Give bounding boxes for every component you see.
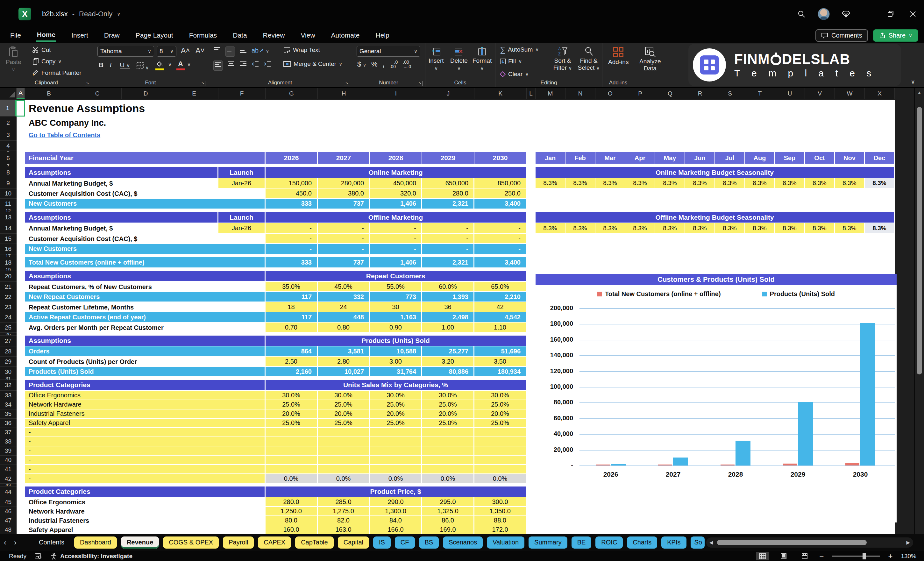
grid-cell-2030[interactable]: 0.0%	[474, 474, 526, 484]
launch-header[interactable]: Launch	[218, 167, 266, 178]
grid-cell-2029[interactable]: 60.0%	[422, 282, 474, 292]
column-header-S[interactable]: S	[715, 88, 745, 99]
row-label[interactable]: -	[25, 446, 266, 456]
row-label[interactable]: Avg. Orders per Month per Repeat Custome…	[25, 322, 266, 333]
row-header-12[interactable]: 12	[0, 209, 16, 212]
row-header-15[interactable]: 15	[0, 234, 16, 244]
column-header-P[interactable]: P	[626, 88, 655, 99]
minimize-button[interactable]	[857, 0, 879, 28]
grid-cell[interactable]	[16, 292, 25, 302]
row-header-21[interactable]: 21	[0, 282, 16, 292]
grid-cell-2029[interactable]	[422, 456, 474, 465]
grid-cell-2030[interactable]: 2,210	[474, 292, 526, 302]
grid-cell-2027[interactable]: -	[318, 223, 370, 234]
grid-cell-2026[interactable]	[266, 465, 318, 474]
row-label[interactable]: Customer Acquisition Cost (CAC), $	[25, 189, 218, 199]
grid-cell-2030[interactable]: -	[474, 223, 526, 234]
month-header-Jan[interactable]: Jan	[536, 152, 566, 164]
grid-cell[interactable]	[16, 400, 25, 410]
addins-button[interactable]: Add-ins	[608, 47, 628, 66]
launch-cell[interactable]	[218, 234, 266, 244]
grid-cell[interactable]	[16, 199, 25, 209]
row-header-11[interactable]: 11	[0, 199, 16, 209]
month-header-Apr[interactable]: Apr	[626, 152, 655, 164]
grid-cell-2028[interactable]: 10,588	[370, 346, 422, 357]
grid-cell-2029[interactable]: 20.0%	[422, 410, 474, 418]
grid-cell-month-Sep[interactable]: 8.3%	[775, 223, 805, 234]
copy-button[interactable]: Copy∨	[33, 58, 62, 65]
row-header-41[interactable]: 41	[0, 465, 16, 474]
grid-cell-2028[interactable]: 773	[370, 292, 422, 302]
menu-tab-data[interactable]: Data	[232, 30, 248, 41]
grid-cell-2027[interactable]	[318, 428, 370, 437]
grid-cell-2030[interactable]: 20.0%	[474, 410, 526, 418]
row-header-10[interactable]: 10	[0, 189, 16, 199]
grid-cell-month-Oct[interactable]: 8.3%	[805, 178, 835, 189]
grid-cell-month-May[interactable]: 8.3%	[655, 178, 685, 189]
column-header-C[interactable]: C	[73, 88, 122, 99]
row-header-6[interactable]: 6	[0, 152, 16, 164]
grid-cell-2028[interactable]: 1,300.0	[370, 507, 422, 516]
format-cells-button[interactable]: Format∨	[472, 47, 492, 71]
normal-view-icon[interactable]	[756, 552, 769, 560]
grid-cell-2030[interactable]: 172.0	[474, 525, 526, 534]
column-header-H[interactable]: H	[318, 88, 370, 99]
grid-cell[interactable]	[16, 212, 25, 223]
grow-font-button[interactable]: A˄	[181, 46, 190, 55]
paste-button[interactable]: Paste∨	[6, 46, 21, 73]
grid-cell-2028[interactable]	[370, 437, 422, 446]
column-header-G[interactable]: G	[266, 88, 318, 99]
grid-cell-2029[interactable]: 25.0%	[422, 400, 474, 410]
grid-cell-2026[interactable]: 20.0%	[266, 410, 318, 418]
grid-cell[interactable]	[16, 380, 25, 391]
row-header-42[interactable]: 42	[0, 474, 16, 484]
column-header-O[interactable]: O	[596, 88, 626, 99]
grid-cell-2028[interactable]: -	[370, 234, 422, 244]
sheet-tab-roic[interactable]: ROIC	[596, 537, 623, 549]
section-title[interactable]: Offline Marketing	[266, 212, 526, 223]
align-right-icon[interactable]	[240, 60, 247, 68]
grid-cell[interactable]	[16, 516, 25, 525]
grid-cell[interactable]	[16, 525, 25, 534]
column-header-J[interactable]: J	[422, 88, 474, 99]
grid-cell-2028[interactable]	[370, 428, 422, 437]
grid-cell-month-Oct[interactable]: 8.3%	[805, 223, 835, 234]
grid-cell[interactable]	[526, 178, 536, 189]
grid-cell-2030[interactable]	[474, 456, 526, 465]
grid-cell-2027[interactable]: 737	[318, 257, 370, 268]
row-header-4[interactable]: 4	[0, 141, 16, 151]
grid-cell[interactable]	[16, 428, 25, 437]
menu-tab-draw[interactable]: Draw	[104, 30, 120, 41]
grid-cell-2029[interactable]: 80,886	[422, 367, 474, 377]
month-header-Nov[interactable]: Nov	[835, 152, 865, 164]
row-header-14[interactable]: 14	[0, 223, 16, 234]
grid-cell-2029[interactable]	[422, 465, 474, 474]
grid-cell-2026[interactable]: 35.0%	[266, 282, 318, 292]
grid-cell-2029[interactable]: 2,321	[422, 257, 474, 268]
grid-cell[interactable]	[16, 446, 25, 456]
row-header-32[interactable]: 32	[0, 380, 16, 391]
grid-cell[interactable]	[16, 357, 25, 367]
grid-cell-2026[interactable]: -	[266, 244, 318, 254]
grid-cell-2026[interactable]: 117	[266, 312, 318, 322]
grid-cell-2028[interactable]: 1,163	[370, 312, 422, 322]
row-header-26[interactable]: 26	[0, 333, 16, 336]
grid-cell-2026[interactable]: 80.0	[266, 516, 318, 525]
sheet-tab-so[interactable]: So	[691, 537, 705, 549]
grid-cell-month-Jun[interactable]: 8.3%	[685, 178, 715, 189]
row-header-17[interactable]: 17	[0, 254, 16, 257]
sheet-tab-summary[interactable]: Summary	[528, 537, 567, 549]
row-header-1[interactable]: 1	[0, 100, 16, 117]
borders-button[interactable]: ∨	[136, 62, 149, 70]
month-header-Feb[interactable]: Feb	[566, 152, 596, 164]
row-header-47[interactable]: 47	[0, 516, 16, 525]
grid-cell-2027[interactable]	[318, 446, 370, 456]
grid-cell-2028[interactable]	[370, 456, 422, 465]
grid-cell-2028[interactable]: -	[370, 244, 422, 254]
grid-cell[interactable]	[16, 486, 25, 497]
grid-cell-2026[interactable]: 25.0%	[266, 400, 318, 410]
format-painter-button[interactable]: Format Painter	[33, 69, 81, 76]
grid-cell-2027[interactable]: 737	[318, 199, 370, 209]
fill-color-dropdown[interactable]: ∨	[168, 62, 172, 67]
cut-button[interactable]: Cut	[33, 46, 51, 54]
